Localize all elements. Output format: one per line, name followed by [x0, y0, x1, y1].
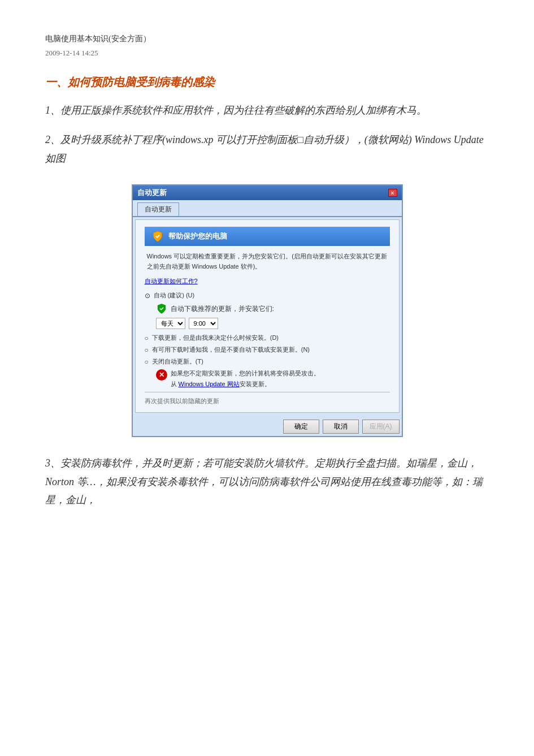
red-x-icon: ✕	[156, 369, 167, 381]
windows-update-link[interactable]: Windows Update 网站	[179, 381, 240, 387]
windows-update-dialog: 自动更新 × 自动更新 帮助保护您的电脑 Windows 可以定期检查重要更新，…	[45, 184, 489, 437]
radio1-sub: 自动下载推荐的更新，并安装它们: 每天 9:00	[156, 303, 390, 329]
point2-text: 2、及时升级系统补丁程序(windows.xp 可以打开控制面板□自动升级），(…	[45, 131, 489, 167]
radio4-sub-text1: 如果您不定期安装更新，您的计算机将变得易受攻击。	[171, 369, 320, 378]
dialog-description: Windows 可以定期检查重要更新，并为您安装它们。(启用自动更新可以在安装其…	[145, 252, 390, 271]
dialog-body: 帮助保护您的电脑 Windows 可以定期检查重要更新，并为您安装它们。(启用自…	[135, 219, 400, 413]
point3-text: 3、安装防病毒软件，并及时更新；若可能安装防火墙软件。定期执行全盘扫描。如瑞星，…	[45, 454, 489, 509]
radio-option2: ○ 下载更新，但是由我来决定什么时候安装。(D)	[145, 334, 390, 342]
time-select[interactable]: 9:00	[189, 318, 218, 329]
dialog-tabs: 自动更新	[133, 200, 402, 217]
dialog-titlebar: 自动更新 ×	[133, 185, 402, 200]
radio-option3: ○ 有可用下载时通知我，但是不要自动下载或安装更新。(N)	[145, 345, 390, 354]
ok-button[interactable]: 确定	[283, 420, 319, 434]
shield-icon	[151, 230, 164, 243]
dialog-title-text: 自动更新	[137, 188, 167, 198]
radio4-sub: ✕ 如果您不定期安装更新，您的计算机将变得易受攻击。 从 Windows Upd…	[156, 369, 390, 388]
protect-bar-text: 帮助保护您的电脑	[168, 231, 227, 241]
radio-group: ⊙ 自动 (建议) (U) 自动下载推荐的更新，并安装它们: 每天	[145, 291, 390, 388]
dialog-title-area: 自动更新	[137, 188, 167, 198]
radio-option4: ○ 关闭自动更新。(T)	[145, 357, 390, 366]
radio1-sub-text: 自动下载推荐的更新，并安装它们:	[171, 304, 274, 314]
dialog-close-button[interactable]: ×	[388, 189, 397, 197]
radio4-bullet: ○	[145, 358, 149, 366]
day-select[interactable]: 每天	[156, 318, 185, 329]
point1-text: 1、使用正版操作系统软件和应用软件，因为往往有些破解的东西给别人加绑有木马。	[45, 101, 489, 119]
dialog-window: 自动更新 × 自动更新 帮助保护您的电脑 Windows 可以定期检查重要更新，…	[132, 184, 403, 437]
cancel-button[interactable]: 取消	[323, 420, 359, 434]
radio4-label[interactable]: 关闭自动更新。(T)	[152, 357, 203, 366]
apply-button[interactable]: 应用(A)	[362, 420, 400, 434]
radio3-bullet: ○	[145, 346, 149, 354]
how-link[interactable]: 自动更新如何工作?	[145, 278, 198, 284]
radio4-sub2-suffix: 安装更新。	[240, 381, 271, 387]
green-shield-icon	[156, 303, 167, 314]
radio1-label[interactable]: 自动 (建议) (U)	[154, 291, 195, 300]
radio1-bullet: ⊙	[145, 292, 150, 300]
dialog-tab-autoupdate[interactable]: 自动更新	[137, 202, 179, 216]
schedule-row: 每天 9:00	[156, 318, 390, 329]
radio2-bullet: ○	[145, 334, 149, 342]
radio4-sub-content: 如果您不定期安装更新，您的计算机将变得易受攻击。 从 Windows Updat…	[171, 369, 320, 388]
radio3-label[interactable]: 有可用下载时通知我，但是不要自动下载或安装更新。(N)	[152, 345, 310, 354]
radio4-sub-text2: 从 Windows Update 网站安装更新。	[171, 380, 320, 388]
dialog-button-row: 确定 取消 应用(A)	[133, 415, 402, 436]
radio4-sub2-prefix: 从	[171, 381, 179, 387]
footer-link[interactable]: 再次提供我以前隐藏的更新	[145, 392, 390, 405]
protect-bar: 帮助保护您的电脑	[145, 227, 390, 246]
page-date: 2009-12-14 14:25	[45, 49, 489, 58]
radio-option1: ⊙ 自动 (建议) (U)	[145, 291, 390, 300]
radio2-label[interactable]: 下载更新，但是由我来决定什么时候安装。(D)	[152, 334, 279, 342]
page-title: 电脑使用基本知识(安全方面）	[45, 34, 489, 44]
section1-heading: 一、如何预防电脑受到病毒的感染	[45, 75, 489, 90]
